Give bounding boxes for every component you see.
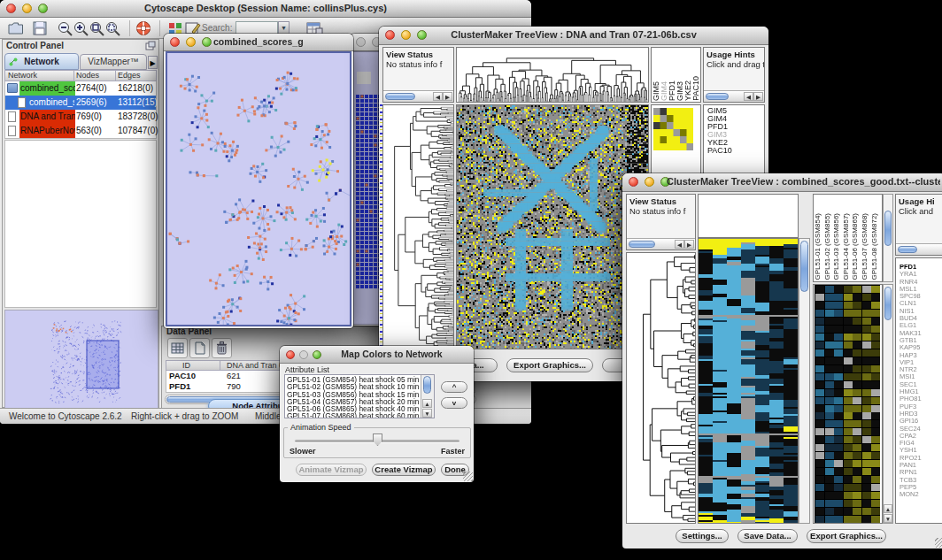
tv2-row-dendrogram-panel[interactable] bbox=[626, 252, 696, 524]
scroll-left-button[interactable]: ◀ bbox=[744, 92, 753, 101]
tv1-status-hscrollbar[interactable]: ◀ ▶ bbox=[383, 90, 453, 102]
tv2-save-data-button[interactable]: Save Data... bbox=[737, 529, 798, 543]
tv1-heatmap-panel[interactable] bbox=[456, 104, 649, 349]
close-button[interactable] bbox=[6, 4, 16, 13]
tv2-zoom-panel[interactable] bbox=[813, 284, 883, 524]
attribute-item[interactable]: GPL51-07 (GSM868) heat shock 60 min bbox=[287, 412, 421, 418]
open-icon[interactable] bbox=[7, 20, 25, 36]
tab-vizmapper[interactable]: VizMapper™ bbox=[80, 54, 147, 70]
move-down-button[interactable]: v bbox=[441, 397, 467, 409]
close-button[interactable] bbox=[629, 177, 638, 187]
create-vizmap-button[interactable]: Create Vizmap bbox=[372, 464, 436, 476]
tv2-column-dendrogram-panel[interactable] bbox=[698, 194, 799, 238]
tv2-status-hscrollbar[interactable]: ◀ ▶ bbox=[627, 238, 695, 249]
zoom-button[interactable] bbox=[202, 37, 212, 47]
tv2-heatmap-vscrollbar[interactable] bbox=[799, 238, 810, 524]
tv1-heatmap[interactable] bbox=[457, 105, 648, 349]
zoom-fit-icon[interactable] bbox=[89, 20, 106, 36]
tv2-heatmap-panel[interactable] bbox=[698, 238, 799, 524]
scroll-right-button[interactable]: ▶ bbox=[443, 92, 452, 101]
birds-eye-view[interactable] bbox=[4, 310, 158, 409]
tv2-heatmap[interactable] bbox=[699, 239, 798, 523]
network-tree-row[interactable]: RNAPuberNov2+563(0)107847(0) bbox=[5, 124, 156, 138]
resize-grip[interactable] bbox=[463, 472, 473, 481]
network-tree-row[interactable]: combined_sco2569(6)13112(15) bbox=[5, 96, 156, 110]
save-icon[interactable] bbox=[31, 20, 49, 36]
scroll-down-button[interactable]: ▼ bbox=[884, 514, 892, 523]
resize-grip[interactable] bbox=[935, 538, 942, 548]
treeview2-titlebar[interactable]: ClusterMaker TreeView : combined_scores_… bbox=[622, 173, 942, 192]
attribute-item[interactable]: GPL51-02 (GSM855) heat shock 10 min bbox=[287, 383, 421, 390]
zoom-out-icon[interactable] bbox=[57, 20, 74, 36]
treeview1-titlebar[interactable]: ClusterMaker TreeView : DNA and Tran 07-… bbox=[379, 27, 768, 45]
hscrollbar-thumb[interactable] bbox=[706, 93, 729, 100]
tv2-zoom-heatmap[interactable] bbox=[815, 285, 880, 523]
zoom-selected-icon[interactable] bbox=[104, 20, 122, 36]
attribute-item[interactable]: GPL51-06 (GSM865) heat shock 40 min bbox=[287, 405, 421, 412]
tv2-column-labels[interactable]: GPL51-01 (GSM854)GPL51-02 (GSM855)GPL51-… bbox=[813, 194, 883, 282]
network-table-header[interactable]: Network Nodes Edges bbox=[4, 70, 157, 81]
tv2-labels-vscrollbar[interactable] bbox=[883, 194, 893, 282]
animate-vizmap-button[interactable]: Animate Vizmap bbox=[296, 464, 367, 476]
vscrollbar-thumb[interactable] bbox=[800, 241, 808, 292]
tv2-export-graphics-button[interactable]: Export Graphics... bbox=[807, 529, 886, 543]
attribute-item[interactable]: GPL51-01 (GSM854) heat shock 05 min bbox=[287, 376, 421, 383]
scroll-down-button[interactable]: ▼ bbox=[422, 409, 432, 418]
vscrollbar-thumb[interactable] bbox=[423, 376, 431, 394]
float-panel-icon[interactable] bbox=[145, 41, 156, 51]
tv1-column-labels[interactable]: GIM5GIM4PFD1GIM3YKE2PAC10 bbox=[651, 47, 701, 103]
network-tree-row[interactable]: combined_scores2764(0)16218(0) bbox=[5, 81, 156, 96]
close-button[interactable] bbox=[170, 37, 180, 47]
zoom-button[interactable] bbox=[417, 30, 427, 40]
network-canvas[interactable] bbox=[166, 51, 351, 326]
main-titlebar[interactable]: Cytoscape Desktop (Session Name: collins… bbox=[0, 0, 531, 18]
scroll-right-button[interactable]: ▶ bbox=[753, 92, 763, 101]
zoom-button[interactable] bbox=[38, 4, 48, 13]
close-button[interactable] bbox=[286, 350, 295, 359]
tv2-usage-hscrollbar[interactable] bbox=[896, 243, 942, 255]
gene-label[interactable]: MON2 bbox=[900, 491, 942, 498]
show-table-button[interactable] bbox=[167, 338, 188, 358]
vscrollbar-thumb[interactable] bbox=[884, 287, 892, 320]
move-up-button[interactable]: ^ bbox=[441, 381, 467, 393]
dialog-titlebar[interactable]: Map Colors to Network bbox=[280, 346, 474, 364]
tab-overflow-button[interactable]: ▶ bbox=[148, 56, 158, 69]
minimize-button[interactable] bbox=[401, 30, 411, 40]
tab-network[interactable]: Network bbox=[4, 53, 79, 70]
close-button[interactable] bbox=[356, 37, 366, 47]
attribute-list-vscrollbar[interactable]: ▲ ▼ bbox=[421, 375, 434, 418]
search-dropdown-button[interactable]: ▼ bbox=[278, 21, 290, 35]
tv2-zoom-vscrollbar[interactable]: ▲ ▼ bbox=[883, 284, 893, 524]
tv2-settings-button[interactable]: Settings... bbox=[676, 529, 729, 543]
close-button[interactable] bbox=[385, 30, 395, 40]
speed-slider-thumb[interactable] bbox=[373, 433, 382, 446]
tv2-row-dendrogram[interactable] bbox=[627, 253, 695, 523]
attribute-item[interactable]: GPL51-04 (GSM857) heat shock 20 min bbox=[287, 398, 421, 405]
hscrollbar-thumb[interactable] bbox=[385, 93, 415, 100]
minimize-button[interactable] bbox=[299, 350, 308, 359]
vscrollbar-thumb[interactable] bbox=[884, 211, 892, 246]
tv1-export-graphics-button[interactable]: Export Graphics... bbox=[506, 358, 593, 372]
minimize-button[interactable] bbox=[22, 4, 32, 13]
search-input[interactable] bbox=[236, 21, 278, 35]
tv1-zoom-heatmap[interactable] bbox=[653, 108, 693, 150]
network-titlebar[interactable]: combined_scores_good.txt--cluste... bbox=[164, 34, 353, 51]
help-icon[interactable] bbox=[135, 20, 152, 36]
tv1-row-dendrogram-panel[interactable] bbox=[382, 104, 454, 349]
delete-attribute-button[interactable] bbox=[212, 338, 232, 358]
scroll-up-button[interactable]: ▲ bbox=[422, 399, 432, 408]
hscrollbar-thumb[interactable] bbox=[629, 241, 655, 248]
tv1-column-dendrogram[interactable] bbox=[457, 48, 648, 102]
attribute-list[interactable]: GPL51-01 (GSM854) heat shock 05 minGPL51… bbox=[284, 374, 435, 418]
tv2-gene-labels[interactable]: PFD1YRA1RNR4MSL1SPC98CLN1NIS1BUD4ELG1MAK… bbox=[895, 257, 942, 524]
network-tree-row[interactable]: DNA and Tran 07769(0)183728(0) bbox=[5, 110, 156, 124]
zoom-in-icon[interactable] bbox=[73, 20, 90, 36]
scroll-up-button[interactable]: ▲ bbox=[884, 504, 892, 513]
minimize-button[interactable] bbox=[186, 37, 196, 47]
attribute-item[interactable]: GPL51-03 (GSM856) heat shock 15 min bbox=[287, 391, 421, 398]
tv1-column-dendrogram-panel[interactable] bbox=[456, 47, 649, 103]
minimize-button[interactable] bbox=[645, 177, 654, 187]
scroll-left-button[interactable]: ◀ bbox=[675, 240, 684, 249]
new-attribute-button[interactable] bbox=[189, 338, 210, 358]
hscrollbar-thumb[interactable] bbox=[898, 246, 917, 253]
